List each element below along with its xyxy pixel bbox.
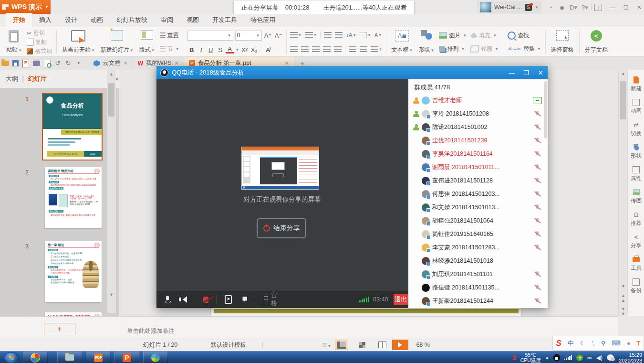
italic-button[interactable]: I <box>197 46 206 53</box>
play-from-current-button[interactable]: 从当前开始▼ <box>60 29 97 55</box>
align-center-button[interactable] <box>301 46 309 52</box>
scroll-down-icon[interactable]: ▼ <box>107 292 115 297</box>
tab-special[interactable]: 特色应用 <box>244 13 282 27</box>
tab-review[interactable]: 审阅 <box>154 13 180 27</box>
sogou-logo-icon[interactable]: S <box>556 339 561 348</box>
slideshow-play-button[interactable] <box>392 340 408 350</box>
align-left-button[interactable] <box>290 46 298 52</box>
member-row[interactable]: 刘思琪2018141501101 <box>408 267 548 281</box>
picture-button[interactable]: 图片▼ <box>438 31 467 40</box>
add-slide-button[interactable]: + <box>44 323 75 335</box>
clear-format-button[interactable]: A̸ <box>264 46 272 53</box>
skin-menu[interactable]: D▾ <box>568 4 579 11</box>
reset-button[interactable]: 重置 <box>159 31 180 40</box>
tab-animation[interactable]: 动画 <box>84 13 110 27</box>
member-row[interactable]: 陈诺2018141501002 <box>408 120 548 134</box>
tab-design[interactable]: 设计 <box>58 13 84 27</box>
tab-view[interactable]: 视图 <box>180 13 206 27</box>
font-size-combobox[interactable]: 0▼ <box>235 31 262 41</box>
taskbar-item-360[interactable] <box>23 352 48 363</box>
line-spacing-button[interactable] <box>349 46 356 52</box>
sidebar-item-share[interactable]: <分享 <box>628 233 644 249</box>
slide-thumbnail-3[interactable]: 第一章 绪论 基本内容 1.1 食品分析的性质、任务和作用 1.2 食品分析的内… <box>45 241 102 302</box>
slide-thumbnail-1[interactable]: 食品分析 Food Analysis 一枚硬币引发食品安全之门的阅读 四川大学食… <box>43 94 102 160</box>
power-plug-icon[interactable]: ⎓ <box>587 354 592 361</box>
close-button[interactable]: × <box>633 3 644 11</box>
member-row[interactable]: 董伟进2018141501128 <box>408 174 548 187</box>
open-icon[interactable] <box>1 61 9 66</box>
font-family-combobox[interactable]: ▼ <box>187 31 233 41</box>
undo-icon[interactable]: ↺ <box>52 60 63 67</box>
member-row[interactable]: 林晓雅2018141501018 <box>408 254 548 267</box>
share-doc-button[interactable]: < 分享文档 <box>583 29 610 55</box>
taskbar-item-wps[interactable]: P <box>114 352 139 363</box>
account-chip[interactable]: Wei-Cai ... S ▼ <box>477 1 541 13</box>
sidebar-item-shapes[interactable]: 形状 <box>628 143 644 160</box>
sidebar-item-animation[interactable]: 动画 <box>628 98 644 115</box>
decrease-indent-button[interactable] <box>324 32 332 38</box>
slide-panel-scrollbar[interactable]: ▲ ▼ <box>107 70 116 313</box>
maximize-button[interactable]: □ <box>620 3 632 11</box>
voice-input-icon[interactable]: ⚲ <box>601 340 606 347</box>
justify-button[interactable] <box>323 46 331 52</box>
sidebar-item-tools[interactable]: 工具 <box>628 256 644 272</box>
new-slide-button[interactable]: 新建幻灯片▼ <box>99 29 135 55</box>
member-row[interactable]: 李艾蒙 2018141501283... <box>408 241 548 254</box>
text-box-button[interactable]: A≣ 文本框▼ <box>390 29 415 55</box>
slide-thumbnail-2[interactable]: 课程相关 情况介绍 课程安排 周二34节 主六合教室, 32学时2学分, 1-1… <box>45 167 102 228</box>
numbering-button[interactable]: ▼ <box>305 32 317 38</box>
member-row[interactable]: 尘优2018141501239 <box>408 134 548 147</box>
bold-button[interactable]: B <box>187 46 196 53</box>
print-preview-icon[interactable] <box>44 60 51 67</box>
spacing-options-button[interactable]: ▼ <box>371 46 383 52</box>
member-row[interactable]: 路佳键 2018141501135... <box>408 281 548 294</box>
taskbar-item-app[interactable] <box>143 352 168 363</box>
paste-button[interactable]: 粘贴▼ <box>4 29 24 55</box>
scroll-down-icon[interactable]: ▼ <box>619 284 627 288</box>
volume-icon[interactable]: ◀) <box>596 354 602 361</box>
fullscreen-icon[interactable]: ↑ <box>594 4 602 11</box>
align-right-button[interactable] <box>312 46 320 52</box>
reading-view-button[interactable] <box>376 340 388 350</box>
network-signal-icon[interactable] <box>564 355 572 360</box>
shapes-button[interactable]: 形状▼ <box>416 29 436 55</box>
account-icon[interactable]: ● <box>627 340 631 347</box>
scroll-up-icon[interactable]: ▲ <box>107 72 115 76</box>
sidebar-item-upload-image[interactable]: 传图 <box>628 188 644 204</box>
notes-toggle[interactable]: ☰▼ <box>322 342 331 349</box>
end-share-button[interactable]: 结束分享 <box>257 218 306 238</box>
sidebar-item-recommend[interactable]: Ω推荐 <box>628 211 644 227</box>
format-painter-button[interactable]: 格式刷 <box>26 47 53 56</box>
chinese-mode-icon[interactable]: 中 <box>568 339 574 348</box>
skin-icon[interactable]: T <box>637 340 641 347</box>
gem-icon[interactable]: ◆ <box>557 4 567 11</box>
member-row[interactable]: 王新豪2018141501244 <box>408 294 548 308</box>
qq-close-button[interactable]: ✕ <box>533 66 548 79</box>
scroll-up-icon[interactable]: ▲ <box>619 71 627 76</box>
member-row[interactable]: 何思佳 2018141501203... <box>408 187 548 201</box>
tab-home[interactable]: 开始 <box>6 13 32 27</box>
previous-slide-icon[interactable]: ▲▲ <box>619 293 627 303</box>
print-icon[interactable] <box>33 61 40 66</box>
exit-call-button[interactable]: 退出 <box>394 294 408 305</box>
design-template[interactable]: 默认设计模板 <box>210 341 246 349</box>
superscript-button[interactable]: X² <box>240 46 249 53</box>
qq-tray-icon[interactable] <box>553 354 560 361</box>
dotted-frame-button[interactable]: ▼ <box>360 32 371 38</box>
app-logo[interactable]: WPS 演示 ▼ <box>0 0 51 14</box>
sidebar-item-transition[interactable]: ⇄切换 <box>628 121 644 137</box>
strikethrough-button[interactable]: S <box>216 46 225 53</box>
sogou-tray-icon[interactable]: S <box>512 354 516 362</box>
camera-off-button[interactable] <box>203 297 208 303</box>
next-slide-icon[interactable]: ▼▼ <box>619 307 627 316</box>
slide-sorter-button[interactable] <box>356 340 368 350</box>
tab-insert[interactable]: 插入 <box>32 13 58 27</box>
slides-tab[interactable]: 幻灯片 <box>28 75 46 83</box>
taskbar-item-pdf[interactable]: PDF <box>86 352 111 363</box>
zoom-level[interactable]: 68 % <box>416 342 430 348</box>
find-button[interactable]: 查找 <box>507 31 541 40</box>
member-row[interactable]: 胡桎强2018141501064 <box>408 214 548 227</box>
underline-button[interactable]: U <box>207 46 215 53</box>
distribute-button[interactable] <box>334 46 342 52</box>
qq-title-bar[interactable]: QQ电话 - 2018级食品分析 — ❐ ✕ <box>156 66 548 79</box>
